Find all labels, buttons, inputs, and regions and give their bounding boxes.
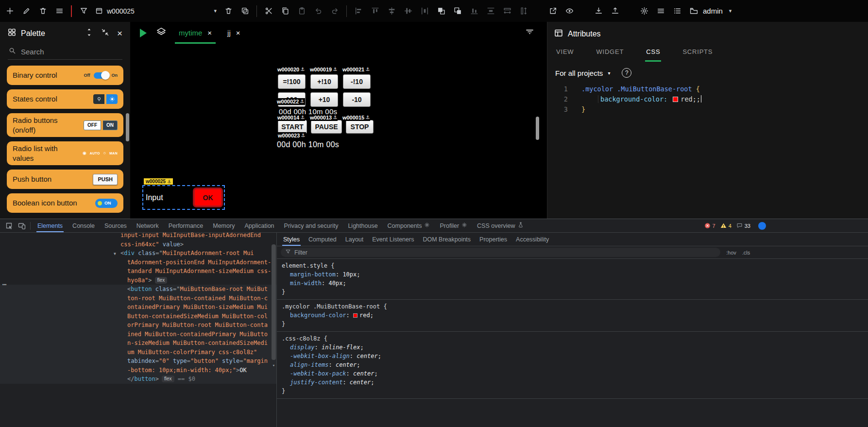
ok-button[interactable]: OK (194, 189, 221, 206)
dom-tree-line[interactable]: Button-containedSizeMedium MuiButton-col (0, 312, 276, 321)
distribute-horizontal-icon[interactable] (420, 6, 429, 16)
device-toolbar-icon[interactable] (16, 219, 28, 232)
expand-vertical-icon[interactable] (85, 28, 93, 38)
close-icon[interactable]: × (117, 29, 122, 38)
css-declaration[interactable]: min-width: 40px; (282, 279, 863, 288)
match-height-icon[interactable] (519, 6, 528, 16)
palette-scrollbar[interactable] (126, 113, 129, 141)
start-button[interactable]: START (278, 120, 307, 134)
dom-tree-line[interactable]: -bottom: 10px;min-width: 40px;">OK (0, 366, 276, 375)
styles-subtab-computed[interactable]: Computed (304, 233, 341, 246)
styles-subtab-properties[interactable]: Properties (475, 233, 511, 246)
rule-selector[interactable]: .css-c8ol8z { (282, 334, 863, 343)
send-to-back-icon[interactable] (453, 6, 462, 16)
warning-badge[interactable]: 4 (720, 222, 732, 229)
dom-tree-line[interactable]: ▼<div class="MuiInputAdornment-root Mui (0, 249, 276, 258)
dom-tree-line[interactable]: ined MuiButton-containedPrimary MuiButto (0, 330, 276, 339)
run-icon[interactable] (140, 29, 147, 37)
css-declaration[interactable]: align-items: center; (282, 360, 863, 369)
dom-tree-line[interactable]: tandard MuiInputAdornment-sizeMedium css… (0, 267, 276, 276)
tab-view[interactable]: VIEW (555, 42, 575, 62)
color-swatch[interactable] (673, 97, 678, 102)
styles-subtab-layout[interactable]: Layout (341, 233, 368, 246)
devtools-tab-components[interactable]: Components (383, 219, 435, 232)
css-code-editor[interactable]: 1.mycolor .MuiButtonBase-root { 2backgro… (547, 82, 868, 219)
class-toggle[interactable]: .cls (742, 250, 750, 256)
css-declaration[interactable]: justify-content: center; (282, 378, 863, 387)
cut-icon[interactable] (264, 6, 273, 16)
canvas-button[interactable]: -10 (343, 92, 371, 107)
align-left-icon[interactable] (354, 6, 363, 16)
error-badge[interactable]: 7 (704, 222, 715, 229)
devtools-tab-console[interactable]: Console (68, 219, 100, 232)
dom-tree-line[interactable]: tAdornment-positionEnd MuiInputAdornment… (0, 258, 276, 267)
close-icon[interactable]: × (207, 29, 212, 36)
palette-item-states-control[interactable]: States control (7, 89, 123, 109)
align-top-icon[interactable] (370, 6, 380, 16)
dom-tree-line[interactable]: input-input MuiInputBase-inputAdornedEnd (0, 233, 276, 240)
layers-icon[interactable] (156, 27, 166, 39)
css-declaration[interactable]: -webkit-box-align: center; (282, 352, 863, 360)
dom-tree-line[interactable]: ontainedPrimary MuiButton-sizeMedium Mui (0, 303, 276, 312)
sort-icon[interactable] (525, 27, 537, 38)
devtools-tab-privacy-and-security[interactable]: Privacy and security (279, 219, 343, 232)
css-declaration[interactable]: background-color: red; (282, 311, 863, 320)
devtools-tab-sources[interactable]: Sources (100, 219, 132, 232)
help-icon[interactable]: ? (622, 68, 631, 78)
menu-icon[interactable] (54, 6, 64, 16)
settings-icon[interactable] (639, 6, 649, 16)
search-input[interactable]: Search (8, 44, 122, 60)
widget-selector-dropdown[interactable]: w000025▾ (95, 6, 217, 16)
css-declaration[interactable]: -webkit-box-pack: center; (282, 369, 863, 378)
pseudo-state-toggle[interactable]: :hov (726, 250, 736, 256)
canvas-content[interactable]: w000020⚓ w000019⚓ w000021⚓ =!100 +!10 -!… (130, 44, 547, 219)
bring-to-front-icon[interactable] (436, 6, 446, 16)
scroll-down-icon[interactable]: ▾ (271, 363, 276, 368)
add-icon[interactable] (5, 6, 15, 16)
copy-icon[interactable] (280, 6, 290, 16)
dom-tree-line[interactable]: um MuiButton-colorPrimary css-c8ol8z" (0, 348, 276, 357)
selected-widget[interactable]: Input OK (142, 185, 225, 210)
eye-icon[interactable] (564, 6, 574, 16)
undo-icon[interactable] (313, 6, 323, 16)
dom-tree-line[interactable]: </button>flex == $0 (0, 375, 276, 384)
filter-icon[interactable] (79, 6, 88, 16)
canvas-button[interactable]: =!100 (278, 74, 306, 89)
more-icon[interactable]: ⋯ (2, 280, 7, 288)
palette-item-push-button[interactable]: Push button PUSH (7, 170, 123, 189)
menu-icon[interactable] (656, 6, 665, 16)
redo-icon[interactable] (330, 6, 340, 16)
open-external-icon[interactable] (548, 6, 558, 16)
align-center-horizontal-icon[interactable] (387, 6, 396, 16)
canvas-tab-mytime[interactable]: mytime × (176, 22, 215, 44)
styles-subtab-dom-breakpoints[interactable]: DOM Breakpoints (418, 233, 475, 246)
devtools-tab-network[interactable]: Network (132, 219, 164, 232)
distribute-vertical-icon[interactable] (486, 6, 495, 16)
rule-selector[interactable]: element.style { (282, 261, 863, 270)
devtools-tab-application[interactable]: Application (239, 219, 279, 232)
dom-tree-line[interactable]: tabindex="0" type="button" style="margin (0, 357, 276, 366)
close-icon[interactable]: × (236, 29, 240, 36)
devtools-tab-performance[interactable]: Performance (164, 219, 208, 232)
css-declaration[interactable]: display: inline-flex; (282, 343, 863, 352)
collapse-icon[interactable] (101, 28, 109, 38)
duplicate-icon[interactable] (240, 6, 250, 16)
styles-subtab-styles[interactable]: Styles (279, 233, 304, 246)
align-center-vertical-icon[interactable] (403, 6, 413, 16)
devtools-tab-lighthouse[interactable]: Lighthouse (343, 219, 382, 232)
console-messages-badge[interactable]: 33 (736, 222, 750, 229)
palette-item-radio-buttons[interactable]: Radio buttons (on/off) OFF ON (7, 113, 123, 137)
stop-button[interactable]: STOP (346, 120, 374, 134)
canvas-button[interactable]: +10 (310, 92, 338, 107)
user-menu[interactable]: admin▾ (689, 6, 732, 16)
devtools-tab-memory[interactable]: Memory (208, 219, 239, 232)
dom-tree-line[interactable]: ton-root MuiButton-contained MuiButton-c (0, 294, 276, 303)
devtools-tab-profiler[interactable]: Profiler (435, 219, 472, 232)
dom-tree-line[interactable]: hyo8a">flex (0, 276, 276, 285)
canvas-scrollbar[interactable] (536, 117, 539, 140)
rule-selector[interactable]: .mycolor .MuiButtonBase-root { (282, 302, 863, 311)
styles-subtab-accessibility[interactable]: Accessibility (511, 233, 553, 246)
devtools-tab-css-overview[interactable]: CSS overview (472, 219, 528, 232)
dom-tree-line[interactable]: css-in64xc" value> (0, 240, 276, 249)
scope-dropdown[interactable]: For all projects (555, 69, 603, 77)
